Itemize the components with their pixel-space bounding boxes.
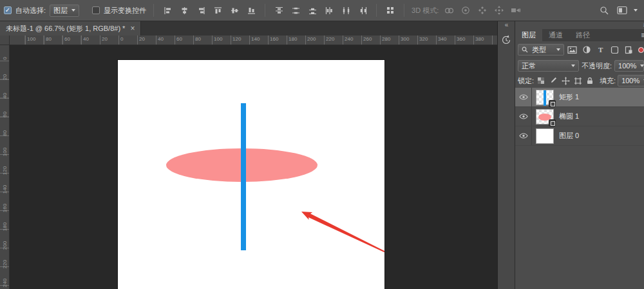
show-transform-checkbox[interactable]	[92, 6, 100, 14]
lock-all-icon[interactable]	[585, 75, 595, 86]
photoshop-window: ✓ 自动选择: 图层 显示变换控件 3D 模式:	[0, 0, 644, 289]
align-right-edges-icon[interactable]	[194, 3, 207, 17]
filter-type-dropdown[interactable]: 类型	[518, 44, 564, 55]
ruler-label: 380	[475, 36, 484, 42]
layer-row-ellipse-1[interactable]: 椭圆 1	[515, 107, 644, 126]
workspace: 未标题-1 @ 66.7% (矩形 1, RGB/8#) * × 1008060…	[0, 21, 644, 289]
opacity-label: 不透明度:	[582, 61, 612, 71]
workspace-switcher-icon[interactable]	[616, 3, 629, 17]
distribute-right-edges-icon[interactable]	[356, 3, 369, 17]
3d-dolly-icon[interactable]	[509, 3, 522, 17]
options-bar: ✓ 自动选择: 图层 显示变换控件 3D 模式:	[0, 0, 644, 21]
tab-channels[interactable]: 通道	[542, 29, 569, 41]
distribute-horizontal-centers-icon[interactable]	[339, 3, 352, 17]
tab-paths[interactable]: 路径	[569, 29, 596, 41]
thumbnail-rectangle	[544, 90, 546, 106]
filter-adjustment-layers-icon[interactable]	[580, 44, 592, 55]
ruler-label: 160	[270, 36, 278, 42]
ruler-origin-corner[interactable]	[0, 35, 10, 45]
layer-name[interactable]: 图层 0	[559, 131, 579, 141]
ruler-label: 260	[363, 36, 372, 42]
layer-filter-row: 类型 T	[515, 41, 644, 58]
layers-panel: » 图层 通道 路径 ≡ 类型 T	[515, 21, 644, 289]
pasteboard[interactable]	[10, 45, 497, 289]
3d-roll-icon[interactable]	[459, 3, 472, 17]
canvas[interactable]	[118, 60, 384, 289]
layer-row-layer-0[interactable]: 图层 0	[515, 126, 644, 146]
shape-layer-badge-icon	[549, 119, 556, 126]
filter-type-layers-icon[interactable]: T	[594, 44, 607, 55]
auto-select-label: 自动选择:	[15, 6, 46, 15]
ruler-label: 280	[382, 36, 390, 42]
ruler-label: 60	[64, 36, 70, 42]
distribute-vertical-centers-icon[interactable]	[289, 3, 302, 17]
opacity-input[interactable]: 100%	[614, 60, 644, 72]
fill-input[interactable]: 100%	[618, 75, 644, 86]
search-icon[interactable]	[598, 3, 611, 17]
ruler-label: 60	[2, 110, 8, 119]
align-left-edges-icon[interactable]	[161, 3, 174, 17]
ruler-label: 120	[232, 36, 241, 42]
ruler-label: 100	[214, 36, 222, 42]
lock-label: 锁定:	[518, 76, 534, 86]
ruler-label: 60	[176, 36, 182, 42]
layer-row-rectangle-1[interactable]: 矩形 1	[515, 88, 644, 107]
visibility-eye-icon[interactable]	[515, 88, 532, 106]
ruler-label: 40	[83, 36, 89, 42]
chevron-down-icon[interactable]	[634, 9, 638, 12]
blend-mode-dropdown[interactable]: 正常	[518, 60, 579, 72]
align-vertical-centers-icon[interactable]	[228, 3, 241, 17]
layer-thumbnail[interactable]	[536, 109, 554, 125]
3d-pan-icon[interactable]	[476, 3, 489, 17]
auto-select-checkbox[interactable]: ✓	[4, 6, 12, 14]
lock-position-icon[interactable]	[560, 75, 571, 86]
ruler-label: 0	[2, 54, 8, 63]
ruler-label: 20	[2, 72, 8, 82]
auto-select-target-dropdown[interactable]: 图层	[50, 5, 79, 17]
panel-topstrip: »	[515, 21, 644, 29]
close-tab-icon[interactable]: ×	[130, 24, 135, 33]
layers-empty-area[interactable]	[515, 146, 644, 289]
lock-artboard-icon[interactable]	[573, 75, 583, 86]
filter-shape-layers-icon[interactable]	[609, 44, 621, 55]
layer-filter-toggle[interactable]	[638, 47, 644, 53]
visibility-eye-icon[interactable]	[515, 107, 532, 126]
ruler-label: 200	[2, 241, 8, 250]
panel-menu-icon[interactable]: ≡	[638, 29, 644, 41]
filter-smart-objects-icon[interactable]	[623, 44, 635, 55]
tab-layers[interactable]: 图层	[515, 29, 542, 41]
history-panel-icon[interactable]	[498, 32, 515, 48]
horizontal-ruler[interactable]: 1008060402002040608010012014016018020022…	[10, 35, 497, 45]
distribute-spacing-icon[interactable]	[384, 3, 397, 17]
lock-image-icon[interactable]	[548, 75, 558, 86]
layer-thumbnail[interactable]	[536, 128, 554, 144]
expand-panels-chevron[interactable]: «	[505, 21, 508, 29]
ruler-label: 160	[2, 203, 8, 213]
document-tab[interactable]: 未标题-1 @ 66.7% (矩形 1, RGB/8#) * ×	[0, 21, 141, 35]
ruler-label: 240	[2, 278, 8, 288]
filter-pixel-layers-icon[interactable]	[566, 44, 578, 55]
align-top-edges-icon[interactable]	[211, 3, 224, 17]
chevron-down-icon	[640, 65, 644, 67]
right-dock: « » 图层 通道 路径 ≡ 类型	[497, 21, 644, 289]
lock-transparency-icon[interactable]	[536, 75, 546, 86]
ruler-label: 80	[195, 36, 201, 42]
distribute-left-edges-icon[interactable]	[323, 3, 336, 17]
ruler-label: 220	[326, 36, 334, 42]
align-horizontal-centers-icon[interactable]	[178, 3, 191, 17]
ruler-row: 1008060402002040608010012014016018020022…	[0, 35, 497, 45]
distribute-top-edges-icon[interactable]	[272, 3, 285, 17]
visibility-eye-icon[interactable]	[515, 126, 532, 145]
layer-thumbnail[interactable]	[536, 90, 554, 105]
3d-mode-label: 3D 模式:	[412, 6, 439, 15]
layer-name[interactable]: 椭圆 1	[559, 112, 579, 121]
layer-name[interactable]: 矩形 1	[559, 92, 579, 102]
3d-orbit-icon[interactable]	[442, 3, 455, 17]
distribute-bottom-edges-icon[interactable]	[306, 3, 319, 17]
vertical-ruler[interactable]: 020406080100120140160180200220240	[0, 45, 10, 289]
auto-select-target-value: 图层	[53, 6, 68, 15]
divider	[404, 4, 404, 17]
align-bottom-edges-icon[interactable]	[245, 3, 258, 17]
paste-area: 020406080100120140160180200220240	[0, 45, 497, 289]
3d-slide-icon[interactable]	[493, 3, 506, 17]
